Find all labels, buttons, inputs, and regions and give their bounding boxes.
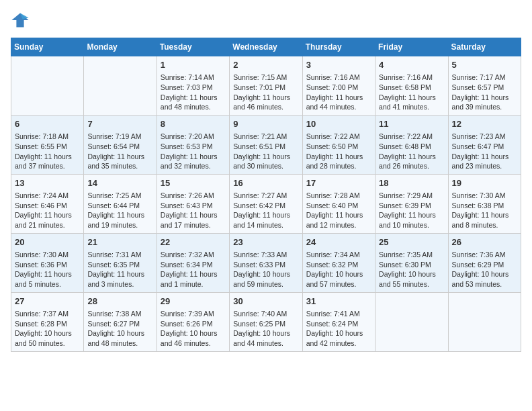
day-info: Sunrise: 7:22 AM Sunset: 6:50 PM Dayligh…: [306, 132, 371, 171]
day-number: 18: [379, 177, 444, 189]
weekday-friday: Friday: [375, 38, 448, 56]
day-cell-31: 31Sunrise: 7:41 AM Sunset: 6:24 PM Dayli…: [302, 292, 375, 351]
calendar-table: SundayMondayTuesdayWednesdayThursdayFrid…: [11, 38, 521, 352]
day-cell-25: 25Sunrise: 7:35 AM Sunset: 6:30 PM Dayli…: [375, 233, 448, 292]
day-cell-5: 5Sunrise: 7:17 AM Sunset: 6:57 PM Daylig…: [448, 56, 521, 116]
page-header: [11, 11, 521, 30]
day-info: Sunrise: 7:15 AM Sunset: 7:01 PM Dayligh…: [233, 73, 298, 112]
day-info: Sunrise: 7:23 AM Sunset: 6:47 PM Dayligh…: [452, 132, 517, 171]
day-info: Sunrise: 7:35 AM Sunset: 6:30 PM Dayligh…: [379, 250, 444, 289]
week-row-2: 6Sunrise: 7:18 AM Sunset: 6:55 PM Daylig…: [11, 115, 521, 174]
empty-cell: [84, 56, 157, 116]
day-info: Sunrise: 7:14 AM Sunset: 7:03 PM Dayligh…: [161, 73, 226, 112]
day-cell-19: 19Sunrise: 7:30 AM Sunset: 6:38 PM Dayli…: [448, 174, 521, 233]
day-number: 7: [87, 118, 152, 130]
day-cell-10: 10Sunrise: 7:22 AM Sunset: 6:50 PM Dayli…: [302, 115, 375, 174]
day-cell-17: 17Sunrise: 7:28 AM Sunset: 6:40 PM Dayli…: [302, 174, 375, 233]
day-number: 30: [233, 295, 298, 308]
day-cell-9: 9Sunrise: 7:21 AM Sunset: 6:51 PM Daylig…: [230, 115, 302, 174]
day-number: 29: [161, 295, 226, 308]
day-number: 25: [379, 236, 444, 248]
day-info: Sunrise: 7:34 AM Sunset: 6:32 PM Dayligh…: [306, 250, 371, 289]
day-number: 10: [306, 118, 371, 130]
day-info: Sunrise: 7:31 AM Sunset: 6:35 PM Dayligh…: [87, 250, 152, 289]
day-number: 21: [87, 236, 152, 248]
day-number: 28: [87, 295, 152, 308]
day-cell-21: 21Sunrise: 7:31 AM Sunset: 6:35 PM Dayli…: [84, 233, 157, 292]
day-info: Sunrise: 7:30 AM Sunset: 6:38 PM Dayligh…: [452, 191, 517, 230]
day-number: 5: [452, 59, 517, 71]
weekday-header-row: SundayMondayTuesdayWednesdayThursdayFrid…: [11, 38, 521, 56]
day-info: Sunrise: 7:17 AM Sunset: 6:57 PM Dayligh…: [452, 73, 517, 112]
day-info: Sunrise: 7:22 AM Sunset: 6:48 PM Dayligh…: [379, 132, 444, 171]
week-row-5: 27Sunrise: 7:37 AM Sunset: 6:28 PM Dayli…: [11, 292, 521, 351]
week-row-4: 20Sunrise: 7:30 AM Sunset: 6:36 PM Dayli…: [11, 233, 521, 292]
day-info: Sunrise: 7:28 AM Sunset: 6:40 PM Dayligh…: [306, 191, 371, 230]
day-number: 11: [379, 118, 444, 130]
day-number: 8: [161, 118, 226, 130]
day-info: Sunrise: 7:25 AM Sunset: 6:44 PM Dayligh…: [87, 191, 152, 230]
day-cell-2: 2Sunrise: 7:15 AM Sunset: 7:01 PM Daylig…: [230, 56, 302, 116]
day-cell-30: 30Sunrise: 7:40 AM Sunset: 6:25 PM Dayli…: [230, 292, 302, 351]
day-cell-16: 16Sunrise: 7:27 AM Sunset: 6:42 PM Dayli…: [230, 174, 302, 233]
day-cell-26: 26Sunrise: 7:36 AM Sunset: 6:29 PM Dayli…: [448, 233, 521, 292]
day-cell-28: 28Sunrise: 7:38 AM Sunset: 6:27 PM Dayli…: [84, 292, 157, 351]
week-row-1: 1Sunrise: 7:14 AM Sunset: 7:03 PM Daylig…: [11, 56, 521, 116]
weekday-sunday: Sunday: [11, 38, 84, 56]
day-number: 31: [306, 295, 371, 308]
empty-cell: [448, 292, 521, 351]
day-info: Sunrise: 7:20 AM Sunset: 6:53 PM Dayligh…: [161, 132, 226, 171]
empty-cell: [11, 56, 84, 116]
day-number: 16: [233, 177, 298, 189]
empty-cell: [375, 292, 448, 351]
day-cell-4: 4Sunrise: 7:16 AM Sunset: 6:58 PM Daylig…: [375, 56, 448, 116]
day-info: Sunrise: 7:39 AM Sunset: 6:26 PM Dayligh…: [161, 309, 226, 349]
weekday-saturday: Saturday: [448, 38, 521, 56]
weekday-tuesday: Tuesday: [157, 38, 229, 56]
svg-marker-0: [11, 13, 28, 28]
day-number: 2: [233, 59, 298, 71]
day-cell-15: 15Sunrise: 7:26 AM Sunset: 6:43 PM Dayli…: [157, 174, 229, 233]
weekday-wednesday: Wednesday: [230, 38, 302, 56]
day-info: Sunrise: 7:38 AM Sunset: 6:27 PM Dayligh…: [87, 309, 152, 349]
day-cell-14: 14Sunrise: 7:25 AM Sunset: 6:44 PM Dayli…: [84, 174, 157, 233]
day-info: Sunrise: 7:16 AM Sunset: 7:00 PM Dayligh…: [306, 73, 371, 112]
day-cell-11: 11Sunrise: 7:22 AM Sunset: 6:48 PM Dayli…: [375, 115, 448, 174]
day-cell-20: 20Sunrise: 7:30 AM Sunset: 6:36 PM Dayli…: [11, 233, 84, 292]
day-info: Sunrise: 7:26 AM Sunset: 6:43 PM Dayligh…: [161, 191, 226, 230]
day-number: 3: [306, 59, 371, 71]
day-cell-29: 29Sunrise: 7:39 AM Sunset: 6:26 PM Dayli…: [157, 292, 229, 351]
day-number: 22: [161, 236, 226, 248]
day-number: 20: [15, 236, 80, 248]
weekday-thursday: Thursday: [302, 38, 375, 56]
day-cell-6: 6Sunrise: 7:18 AM Sunset: 6:55 PM Daylig…: [11, 115, 84, 174]
day-number: 14: [87, 177, 152, 189]
day-number: 26: [452, 236, 517, 248]
day-number: 9: [233, 118, 298, 130]
week-row-3: 13Sunrise: 7:24 AM Sunset: 6:46 PM Dayli…: [11, 174, 521, 233]
day-cell-22: 22Sunrise: 7:32 AM Sunset: 6:34 PM Dayli…: [157, 233, 229, 292]
weekday-monday: Monday: [84, 38, 157, 56]
day-info: Sunrise: 7:18 AM Sunset: 6:55 PM Dayligh…: [15, 132, 80, 171]
day-number: 27: [15, 295, 80, 308]
day-cell-7: 7Sunrise: 7:19 AM Sunset: 6:54 PM Daylig…: [84, 115, 157, 174]
day-number: 19: [452, 177, 517, 189]
day-info: Sunrise: 7:30 AM Sunset: 6:36 PM Dayligh…: [15, 250, 80, 289]
day-number: 12: [452, 118, 517, 130]
day-info: Sunrise: 7:21 AM Sunset: 6:51 PM Dayligh…: [233, 132, 298, 171]
day-info: Sunrise: 7:24 AM Sunset: 6:46 PM Dayligh…: [15, 191, 80, 230]
day-number: 17: [306, 177, 371, 189]
day-number: 6: [15, 118, 80, 130]
day-cell-24: 24Sunrise: 7:34 AM Sunset: 6:32 PM Dayli…: [302, 233, 375, 292]
day-cell-27: 27Sunrise: 7:37 AM Sunset: 6:28 PM Dayli…: [11, 292, 84, 351]
day-info: Sunrise: 7:29 AM Sunset: 6:39 PM Dayligh…: [379, 191, 444, 230]
day-number: 24: [306, 236, 371, 248]
day-cell-18: 18Sunrise: 7:29 AM Sunset: 6:39 PM Dayli…: [375, 174, 448, 233]
day-info: Sunrise: 7:19 AM Sunset: 6:54 PM Dayligh…: [87, 132, 152, 171]
day-cell-3: 3Sunrise: 7:16 AM Sunset: 7:00 PM Daylig…: [302, 56, 375, 116]
day-info: Sunrise: 7:27 AM Sunset: 6:42 PM Dayligh…: [233, 191, 298, 230]
day-info: Sunrise: 7:40 AM Sunset: 6:25 PM Dayligh…: [233, 309, 298, 349]
day-cell-23: 23Sunrise: 7:33 AM Sunset: 6:33 PM Dayli…: [230, 233, 302, 292]
day-info: Sunrise: 7:41 AM Sunset: 6:24 PM Dayligh…: [306, 309, 371, 349]
day-number: 13: [15, 177, 80, 189]
